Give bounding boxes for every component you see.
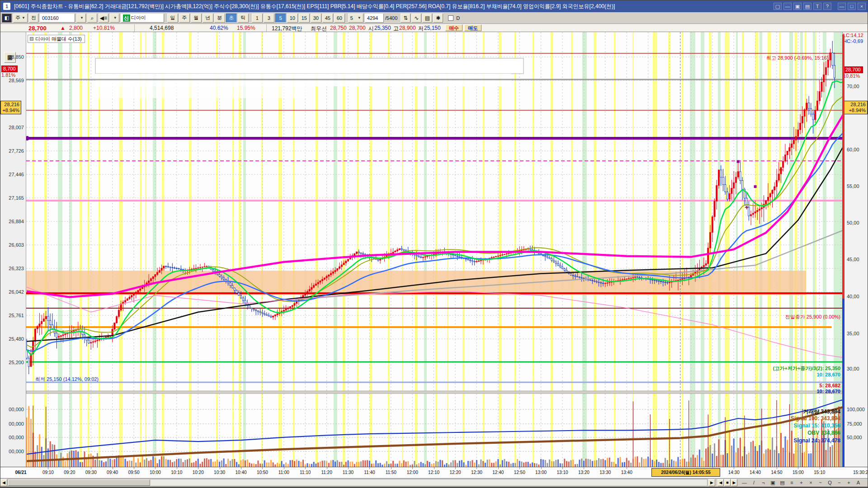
interval-button-1[interactable]: 1 — [252, 14, 263, 23]
chart-scrollbar[interactable] — [8, 479, 708, 486]
stock-code-input[interactable]: 003160 — [40, 14, 75, 23]
time-axis-tick — [262, 467, 263, 469]
chevron-down-icon: ▼ — [113, 16, 117, 20]
status-tool-icon-8[interactable]: ~ — [816, 479, 825, 486]
status-tool-icon-4[interactable]: ▤ — [778, 479, 787, 486]
status-tool-icon-6[interactable]: + — [797, 479, 806, 486]
count-combo[interactable]: 5▼ — [348, 14, 363, 23]
status-tool-icon-5[interactable]: ≡ — [788, 479, 796, 486]
status-tool-icon-11[interactable]: + — [844, 479, 853, 486]
interval-button-30[interactable]: 30 — [311, 14, 321, 23]
time-axis-label: 11:20 — [317, 470, 337, 475]
price-axis-label: 25,200 — [0, 360, 24, 365]
best-ask: 28,750 — [330, 25, 347, 31]
time-axis-label: 13:00 — [531, 470, 551, 475]
titlebar: 1 [0601] 주식종합차트 - 유통비율[62.2] 거래대금[121,79… — [0, 0, 868, 12]
status-tool-icon-1[interactable]: / — [750, 479, 758, 486]
scroll-left-button[interactable]: ◀ — [0, 479, 7, 486]
time-axis-label: 09:10 — [38, 470, 58, 475]
screen-capture-icon[interactable]: ▣ — [793, 3, 802, 10]
chevron-down-icon: ▼ — [22, 16, 25, 20]
status-tool-icon-3[interactable]: ▣ — [769, 479, 777, 486]
period-button-년[interactable]: 년 — [203, 14, 213, 23]
scrollbar-thumb[interactable] — [8, 479, 150, 486]
time-axis-tick — [241, 467, 241, 469]
gear-icon[interactable]: ✱ — [433, 14, 443, 23]
minimize-icon[interactable]: — — [838, 3, 846, 10]
interval-button-3[interactable]: 3 — [264, 14, 274, 23]
interval-button-60[interactable]: 60 — [334, 14, 345, 23]
open-label: 시 — [368, 25, 374, 33]
lc-label: LC:14,12 — [843, 33, 863, 38]
prev-stock-button[interactable]: 전 — [29, 14, 38, 23]
close-icon[interactable]: × — [858, 3, 866, 10]
turnover-pct: 40.62% — [210, 25, 228, 31]
scroll-right-button[interactable]: ▶ — [708, 479, 715, 486]
period-button-틱[interactable]: 틱 — [238, 14, 249, 23]
sell-button[interactable]: 매도 — [464, 24, 481, 31]
time-axis-label: 11:40 — [359, 470, 379, 475]
chart-flip-icon[interactable]: ◧ — [2, 14, 12, 23]
status-tool-icon-9[interactable]: Q — [826, 479, 834, 486]
compare-chart-icon[interactable]: ⇅ — [401, 14, 410, 23]
time-axis-tick — [113, 467, 113, 469]
period-button-일[interactable]: 일 — [167, 14, 178, 23]
status-tool-icon-0[interactable]: — — [740, 479, 749, 486]
time-axis-label: 12:30 — [467, 470, 486, 475]
time-axis-tick — [391, 467, 392, 469]
buy-button[interactable]: 매수 — [445, 24, 462, 31]
volume-legend-item: Signal 24: 374,478 — [656, 437, 840, 444]
time-axis-tick — [305, 467, 306, 469]
trade-amount: 121,792백만 — [272, 25, 302, 33]
interval-button-45[interactable]: 45 — [322, 14, 333, 23]
chart-area: ▦ 디아이 매물대 수(13) 8,700 1.81% 28,216 +8.94… — [0, 32, 868, 467]
search-icon[interactable]: ⌕ — [87, 14, 97, 23]
time-axis-label: 12:00 — [402, 470, 422, 475]
hc-label: HC:-0,69 — [843, 38, 863, 44]
low-price: 25,150 — [424, 25, 441, 31]
code-dropdown-button[interactable]: ▼ — [76, 14, 86, 23]
bar-count-input[interactable]: 4294 — [365, 14, 384, 23]
nav-button-1[interactable]: ■ — [724, 479, 731, 486]
maximize-icon[interactable]: □ — [848, 3, 856, 10]
interval-button-5[interactable]: 5 — [275, 14, 286, 23]
stock-name-field[interactable]: 신 디아이 — [121, 14, 164, 23]
status-tool-icon-7[interactable]: × — [807, 479, 815, 486]
interval-button-10[interactable]: 10 — [287, 14, 298, 23]
status-tool-icon-12[interactable]: A — [854, 479, 863, 486]
period-button-월[interactable]: 월 — [191, 14, 202, 23]
time-axis-tick — [284, 467, 284, 469]
left-price-badge: 8,700 1.81% — [1, 66, 18, 78]
help-icon[interactable]: ? — [823, 3, 831, 10]
chart-plot[interactable] — [26, 32, 842, 467]
speaker-icon[interactable]: ◀≡ — [99, 14, 108, 23]
nav-button-0[interactable]: ◀ — [717, 479, 724, 486]
period-button-초[interactable]: 초 — [226, 14, 237, 23]
nav-button-2[interactable]: ▶ — [731, 479, 737, 486]
copy-window-icon[interactable]: ▢ — [774, 3, 782, 10]
tool-t-icon[interactable]: T — [813, 3, 821, 10]
chevron-down-icon: ▼ — [80, 16, 84, 20]
period-button-분[interactable]: 분 — [214, 14, 225, 23]
stock-type-combo[interactable]: 주▼ — [13, 14, 28, 23]
change-arrow-icon: ▲ — [60, 25, 66, 31]
status-tool-icon-10[interactable]: − — [835, 479, 844, 486]
speaker-dropdown[interactable]: ▼ — [110, 14, 119, 23]
price-axis-label: 26,884 — [0, 219, 24, 224]
pin-window-icon[interactable]: ▤ — [803, 3, 811, 10]
d-checkbox[interactable] — [448, 15, 453, 21]
time-axis-label: 12:20 — [445, 470, 465, 475]
right-avg-badge: 28,216 +8.94% — [843, 101, 868, 114]
interval-button-group: 1351015304560 — [252, 14, 345, 23]
credit-badge: 신 — [123, 14, 130, 22]
legend-text: 디아이 매물대 수(13) — [35, 36, 82, 42]
trendline-icon[interactable]: ∿ — [411, 14, 421, 23]
stock-chart-window: 1 [0601] 주식종합차트 - 유통비율[62.2] 거래대금[121,79… — [0, 0, 868, 488]
minimize-alt-icon[interactable]: — — [783, 3, 792, 10]
save-icon[interactable]: ▤ — [422, 14, 432, 23]
interval-button-15[interactable]: 15 — [299, 14, 310, 23]
status-tool-icon-2[interactable]: ¬ — [759, 479, 768, 486]
indicator-legend-chip[interactable]: 디아이 매물대 수(13) — [28, 35, 85, 43]
high-label: 고 — [393, 25, 399, 33]
period-button-주[interactable]: 주 — [179, 14, 190, 23]
